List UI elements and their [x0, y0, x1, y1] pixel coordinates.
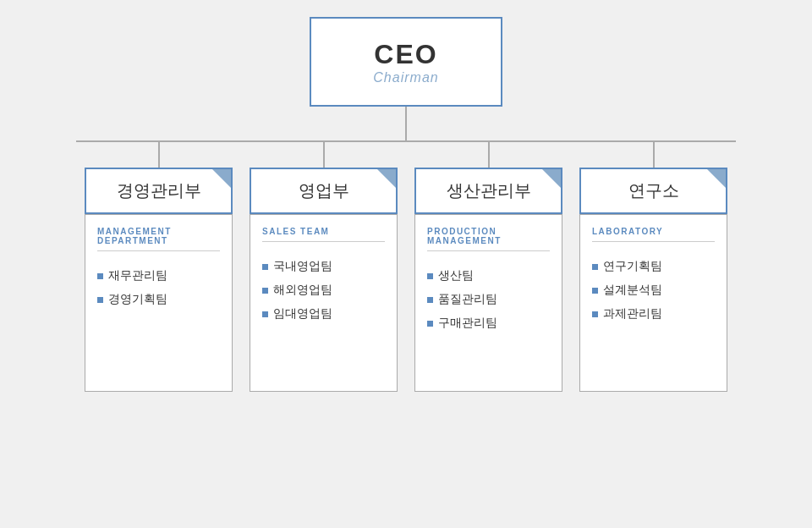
dept-name-2: 생산관리부 [447, 179, 531, 202]
bullet-icon [262, 311, 268, 317]
bullet-icon [262, 264, 268, 270]
list-item: 과제관리팀 [592, 306, 715, 322]
item-label: 재무관리팀 [108, 268, 167, 283]
branch-0: 경영관리부MANAGEMENT DEPARTMENT재무관리팀경영기획팀 [76, 142, 241, 392]
bullet-icon [592, 288, 598, 294]
bullet-icon [97, 297, 103, 303]
list-item: 생산팀 [427, 268, 550, 283]
list-item: 경영기획팀 [97, 292, 220, 307]
bullet-icon [427, 297, 433, 303]
detail-items-0: 재무관리팀경영기획팀 [97, 268, 220, 307]
item-label: 임대영업팀 [273, 306, 332, 322]
dept-box-3: 연구소 [579, 168, 727, 214]
item-label: 생산팀 [438, 268, 474, 283]
ceo-v-connector [405, 107, 407, 140]
bullet-icon [592, 264, 598, 270]
dept-name-0: 경영관리부 [117, 179, 201, 202]
org-chart: CEO Chairman 경영관리부MANAGEMENT DEPARTMENT재… [0, 0, 812, 528]
ceo-title: CEO [374, 39, 437, 70]
dept-name-1: 영업부 [299, 179, 349, 202]
branch-2: 생산관리부PRODUCTION MANAGEMENT생산팀품질관리팀구매관리팀 [406, 142, 571, 392]
section-title-0: MANAGEMENT DEPARTMENT [97, 227, 220, 251]
list-item: 구매관리팀 [427, 316, 550, 331]
item-label: 품질관리팀 [438, 292, 497, 307]
bullet-icon [592, 311, 598, 317]
dept-box-2: 생산관리부 [414, 168, 562, 214]
list-item: 국내영업팀 [262, 259, 385, 274]
branch-1: 영업부SALES TEAM국내영업팀해외영업팀임대영업팀 [241, 142, 406, 392]
ceo-subtitle: Chairman [373, 70, 438, 85]
branch-v-line-0 [158, 142, 160, 168]
bullet-icon [427, 321, 433, 327]
list-item: 연구기획팀 [592, 259, 715, 274]
branch-3: 연구소LABORATORY연구기획팀설계분석팀과제관리팀 [571, 142, 736, 392]
branch-v-line-1 [323, 142, 325, 168]
item-label: 경영기획팀 [108, 292, 167, 307]
detail-items-3: 연구기획팀설계분석팀과제관리팀 [592, 259, 715, 322]
detail-box-0: MANAGEMENT DEPARTMENT재무관리팀경영기획팀 [85, 214, 233, 392]
detail-box-3: LABORATORY연구기획팀설계분석팀과제관리팀 [579, 214, 727, 392]
branch-v-line-3 [653, 142, 655, 168]
list-item: 해외영업팀 [262, 283, 385, 298]
list-item: 임대영업팀 [262, 306, 385, 322]
dept-name-3: 연구소 [628, 179, 679, 202]
detail-box-2: PRODUCTION MANAGEMENT생산팀품질관리팀구매관리팀 [414, 214, 562, 392]
item-label: 국내영업팀 [273, 259, 332, 274]
section-title-1: SALES TEAM [262, 227, 385, 242]
dept-box-1: 영업부 [250, 168, 398, 214]
detail-items-1: 국내영업팀해외영업팀임대영업팀 [262, 259, 385, 322]
item-label: 연구기획팀 [603, 259, 662, 274]
item-label: 해외영업팀 [273, 283, 332, 298]
detail-box-1: SALES TEAM국내영업팀해외영업팀임대영업팀 [250, 214, 398, 392]
dept-box-0: 경영관리부 [85, 168, 233, 214]
list-item: 품질관리팀 [427, 292, 550, 307]
section-title-2: PRODUCTION MANAGEMENT [427, 227, 550, 251]
detail-items-2: 생산팀품질관리팀구매관리팀 [427, 268, 550, 331]
bullet-icon [262, 288, 268, 294]
bullet-icon [97, 273, 103, 279]
bullet-icon [427, 273, 433, 279]
branch-v-line-2 [488, 142, 490, 168]
item-label: 설계분석팀 [603, 283, 662, 298]
item-label: 과제관리팀 [603, 306, 662, 322]
section-title-3: LABORATORY [592, 227, 715, 242]
item-label: 구매관리팀 [438, 316, 497, 331]
ceo-box: CEO Chairman [310, 17, 502, 107]
branches-container: 경영관리부MANAGEMENT DEPARTMENT재무관리팀경영기획팀영업부S… [76, 142, 736, 392]
list-item: 재무관리팀 [97, 268, 220, 283]
list-item: 설계분석팀 [592, 283, 715, 298]
